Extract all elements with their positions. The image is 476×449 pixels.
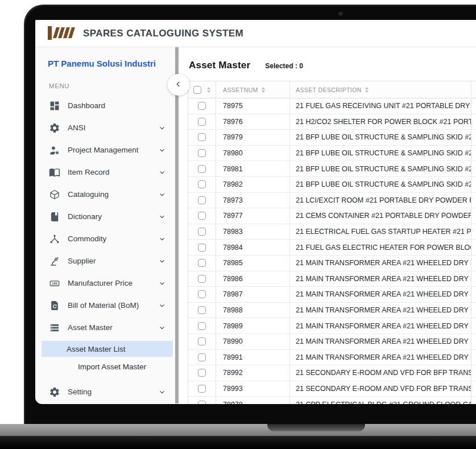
table-row[interactable]: 7897521 FUEL GAS RECEIVING UNIT #21 PORT… (188, 98, 476, 114)
cell-assetnum: 78991 (216, 350, 289, 365)
commodity-icon (49, 233, 60, 245)
row-checkbox[interactable] (198, 102, 206, 110)
sidebar-item-label: ANSI (68, 123, 158, 132)
row-checkbox[interactable] (198, 196, 206, 204)
row-checkbox[interactable] (198, 212, 206, 220)
row-checkbox[interactable] (198, 322, 206, 330)
row-checkbox[interactable] (198, 259, 206, 267)
laptop-bezel: SPARES CATALOGUING SYSTEM PT Panemu Solu… (24, 5, 476, 424)
menu-section-label: MENU (49, 83, 175, 89)
row-checkbox[interactable] (198, 228, 206, 236)
sidebar-item-manufacturer-price[interactable]: 100Manufacturer Price (35, 272, 175, 294)
company-name: PT Panemu Solusi Industri (48, 59, 175, 68)
row-checkbox[interactable] (198, 353, 206, 361)
table-row[interactable]: 7899321 SECONDARY E-ROOM AND VFD FOR BFP… (188, 381, 476, 397)
sidebar-item-project-management[interactable]: Project Management (35, 139, 175, 161)
sidebar: PT Panemu Solusi Industri MENU Dashboard… (35, 47, 175, 403)
sidebar-item-supplier[interactable]: Supplier (35, 250, 175, 272)
cell-extra (471, 256, 476, 271)
cell-extra (471, 161, 476, 176)
table-row[interactable]: 7898921 MAIN TRANSFORMER AREA #21 WHEELE… (188, 318, 476, 334)
column-header-description[interactable]: ASSET DESCRIPTION (289, 81, 471, 98)
row-checkbox[interactable] (198, 275, 206, 283)
sort-icon (207, 87, 210, 93)
cell-extra (471, 240, 476, 255)
select-all-checkbox[interactable] (193, 86, 201, 94)
row-checkbox-cell (188, 256, 216, 271)
table-row[interactable]: 7898221 BFP LUBE OIL STRUCTURE & SAMPLIN… (188, 177, 476, 193)
row-checkbox[interactable] (198, 149, 206, 157)
main-header: Asset Master Selected : 0 (189, 60, 476, 72)
table-row[interactable]: 7897921 BFP LUBE OIL STRUCTURE & SAMPLIN… (188, 130, 476, 146)
sort-icon (365, 87, 369, 93)
table-row[interactable]: 7897621 H2/CO2 SHELTER FOR POWER BLOCK #… (188, 114, 476, 130)
cell-description: 21 MAIN TRANSFORMER AREA #21 WHEELED DRY… (289, 303, 471, 318)
sidebar-subitem-asset-master-list[interactable]: Asset Master List (42, 341, 173, 357)
cell-assetnum: 78978 (216, 397, 289, 404)
chevron-down-icon (158, 168, 166, 176)
sidebar-item-dictionary[interactable]: Dictionary (35, 205, 175, 228)
row-checkbox[interactable] (198, 180, 206, 188)
row-checkbox[interactable] (198, 244, 206, 252)
table-row[interactable]: 7897821 CPP ELECTRICAL BLDG #21 GROUND F… (188, 397, 476, 404)
sidebar-subitem-import-asset-master[interactable]: Import Asset Master (42, 357, 173, 376)
chevron-down-icon (158, 213, 166, 221)
table-row[interactable]: 7898721 MAIN TRANSFORMER AREA #21 WHEELE… (188, 287, 476, 303)
row-checkbox[interactable] (198, 385, 206, 393)
row-checkbox[interactable] (198, 306, 206, 314)
table-row[interactable]: 7898821 MAIN TRANSFORMER AREA #21 WHEELE… (188, 303, 476, 319)
sidebar-item-commodity[interactable]: Commodity (35, 228, 175, 250)
table-row[interactable]: 7897721 CEMS CONTAINER #21 PORTABLE DRY … (188, 208, 476, 224)
table-row[interactable]: 7899221 SECONDARY E-ROOM AND VFD FOR BFP… (188, 365, 476, 381)
dashboard-icon (49, 100, 60, 112)
row-checkbox[interactable] (198, 118, 206, 126)
row-checkbox[interactable] (198, 165, 206, 173)
row-checkbox-cell (188, 397, 216, 404)
column-header-label: ASSETNUM (223, 86, 258, 93)
row-checkbox[interactable] (198, 290, 206, 298)
row-checkbox[interactable] (198, 133, 206, 141)
cell-description: 21 MAIN TRANSFORMER AREA #21 WHEELED DRY… (289, 318, 471, 333)
sidebar-item-asset-master[interactable]: Asset Master (35, 316, 175, 339)
table-row[interactable]: 7898421 FUEL GAS ELECTRIC HEATER FOR POW… (188, 240, 476, 256)
dictionary-icon (49, 211, 60, 223)
column-header-extra (471, 81, 476, 98)
sidebar-item-ansi[interactable]: ANSI (35, 117, 175, 139)
row-checkbox[interactable] (198, 369, 206, 377)
column-header-label: ASSET DESCRIPTION (296, 86, 362, 93)
row-checkbox-cell (188, 318, 216, 333)
column-header-assetnum[interactable]: ASSETNUM (216, 81, 289, 98)
sidebar-collapse-button[interactable] (168, 74, 189, 96)
row-checkbox[interactable] (198, 401, 206, 404)
table-row[interactable]: 7898621 MAIN TRANSFORMER AREA #21 WHEELE… (188, 271, 476, 287)
cell-description: 21 BFP LUBE OIL STRUCTURE & SAMPLING SKI… (289, 146, 471, 161)
cell-extra (471, 98, 476, 114)
cell-assetnum: 78988 (216, 303, 289, 318)
sidebar-item-label: Cataloguing (68, 190, 158, 199)
sidebar-item-setting[interactable]: Setting (35, 381, 175, 403)
sidebar-item-label: Project Management (68, 146, 158, 154)
sidebar-item-bill-of-material-bom[interactable]: Bill of Material (BoM) (35, 294, 175, 316)
chevron-down-icon (158, 124, 166, 132)
row-checkbox-cell (188, 208, 216, 224)
table-row[interactable]: 7898121 BFP LUBE OIL STRUCTURE & SAMPLIN… (188, 161, 476, 177)
row-checkbox-cell (188, 350, 216, 365)
sidebar-item-cataloguing[interactable]: Cataloguing (35, 183, 175, 205)
select-all-header-cell[interactable] (188, 81, 216, 98)
cell-assetnum: 78983 (216, 224, 289, 240)
cell-assetnum: 78985 (216, 256, 289, 271)
table-row[interactable]: 7898021 BFP LUBE OIL STRUCTURE & SAMPLIN… (188, 146, 476, 162)
sidebar-item-item-record[interactable]: Item Record (35, 161, 175, 183)
cell-extra (471, 193, 476, 208)
table-row[interactable]: 7897321 LCI/EXCIT ROOM #21 PORTABLE DRY … (188, 193, 476, 209)
table-row[interactable]: 7899121 MAIN TRANSFORMER AREA #21 WHEELE… (188, 350, 476, 366)
sidebar-item-dashboard[interactable]: Dashboard (35, 94, 175, 117)
table-row[interactable]: 7899021 MAIN TRANSFORMER AREA #21 WHEELE… (188, 334, 476, 350)
row-checkbox-cell (188, 240, 216, 255)
row-checkbox[interactable] (198, 337, 206, 345)
cell-extra (471, 303, 476, 318)
sidebar-item-label: Dictionary (68, 212, 158, 221)
table-row[interactable]: 7898321 ELECTRICAL FUEL GAS STARTUP HEAT… (188, 224, 476, 240)
table-row[interactable]: 7898521 MAIN TRANSFORMER AREA #21 WHEELE… (188, 256, 476, 271)
cell-assetnum: 78977 (216, 208, 289, 224)
